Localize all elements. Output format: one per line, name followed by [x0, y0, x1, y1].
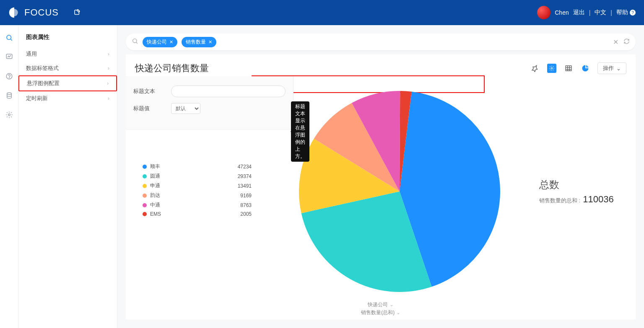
separator: | — [610, 9, 612, 16]
separator: | — [589, 9, 591, 16]
chevron-right-icon: › — [107, 80, 109, 86]
rail-settings-icon[interactable] — [5, 111, 13, 119]
sidebar-item-hoverlegend[interactable]: 悬浮图例配置› — [18, 75, 117, 91]
svg-point-8 — [551, 67, 553, 69]
help-icon: ? — [630, 10, 636, 15]
chart-totals: 总数 销售数量的总和 :110036 — [539, 178, 636, 205]
search-bar[interactable]: 快递公司✕ 销售数量✕ ✕ — [126, 34, 636, 50]
chevron-right-icon: › — [108, 51, 109, 57]
logout-link[interactable]: 退出 — [573, 9, 585, 16]
sidebar-item-labelformat[interactable]: 数据标签格式› — [18, 61, 117, 75]
avatar[interactable] — [537, 6, 551, 19]
search-chip[interactable]: 销售数量✕ — [182, 37, 216, 47]
legend-item[interactable]: 申通13491 — [143, 182, 260, 189]
chip-remove-icon[interactable]: ✕ — [169, 39, 173, 45]
refresh-icon[interactable] — [623, 38, 630, 46]
svg-point-7 — [133, 39, 137, 43]
pin-icon[interactable] — [530, 64, 540, 73]
svg-point-1 — [7, 35, 11, 40]
legend-item[interactable]: 圆通29374 — [143, 173, 260, 180]
title-value-select[interactable]: 默认 — [171, 103, 200, 114]
tooltip: 标题文本显示在悬浮图例的上方。 — [291, 101, 309, 162]
axis-labels: 快递公司 ⌄ 销售数量(总和) ⌄ — [126, 301, 636, 317]
chart-legend: 顺丰47234圆通29374申通13491韵达9169中通8763EMS2005 — [126, 163, 260, 220]
lang-link[interactable]: 中文 — [595, 9, 606, 16]
rail-help-icon[interactable] — [5, 72, 13, 80]
operation-button[interactable]: 操作⌄ — [597, 62, 626, 74]
total-sub: 销售数量的总和 : — [539, 197, 580, 204]
chevron-right-icon: › — [108, 65, 109, 71]
chevron-down-icon: ⌄ — [616, 65, 621, 72]
svg-point-5 — [7, 93, 11, 95]
piechart-icon[interactable] — [581, 64, 590, 73]
table-icon[interactable] — [564, 64, 573, 73]
clear-search-icon[interactable]: ✕ — [613, 38, 618, 46]
title-text-input[interactable] — [171, 85, 286, 97]
gear-icon[interactable] — [547, 64, 556, 73]
title-value-label: 标题值 — [133, 105, 163, 112]
rail-data-icon[interactable] — [5, 91, 13, 100]
legend-item[interactable]: 韵达9169 — [143, 192, 260, 199]
chip-remove-icon[interactable]: ✕ — [208, 39, 212, 45]
logo-icon — [8, 7, 20, 18]
title-text-label: 标题文本 — [133, 88, 163, 95]
search-icon — [132, 38, 138, 46]
rail-search-icon[interactable] — [5, 34, 13, 42]
total-value: 110036 — [583, 194, 613, 204]
rail-dashboard-icon[interactable] — [5, 53, 13, 61]
svg-point-6 — [8, 114, 10, 116]
chevron-right-icon: › — [108, 96, 109, 101]
legend-item[interactable]: EMS2005 — [143, 211, 260, 217]
panel-title: 图表属性 — [18, 34, 117, 47]
pie-chart — [299, 91, 500, 292]
sidebar-item-general[interactable]: 通用› — [18, 47, 117, 61]
brand-logo: FOCUS — [8, 7, 59, 18]
legend-item[interactable]: 顺丰47234 — [143, 163, 260, 170]
svg-point-4 — [9, 77, 9, 78]
chart-title: 快递公司销售数量 — [135, 62, 209, 75]
username: Chen — [555, 9, 569, 16]
config-popover: 标题文本 标题文本显示在悬浮图例的上方。 标题值 默认 — [126, 76, 293, 129]
total-label: 总数 — [539, 178, 636, 191]
edit-icon[interactable] — [71, 7, 83, 18]
search-chip[interactable]: 快递公司✕ — [143, 37, 177, 47]
legend-item[interactable]: 中通8763 — [143, 201, 260, 209]
sidebar-item-autorefresh[interactable]: 定时刷新› — [18, 91, 117, 106]
svg-rect-9 — [566, 66, 571, 71]
brand-text: FOCUS — [24, 7, 59, 18]
help-link[interactable]: 帮助? — [616, 9, 636, 16]
